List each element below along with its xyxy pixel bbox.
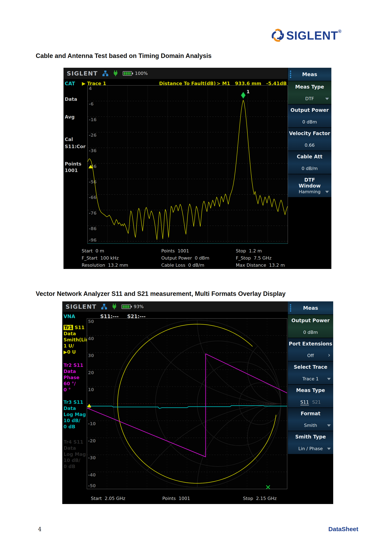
svg-text:-36: -36 xyxy=(89,148,97,153)
menu-item-label: Output Power xyxy=(288,315,333,324)
svg-text:10: 10 xyxy=(88,387,94,392)
menu-item-label: Velocity Factor xyxy=(288,128,331,137)
menu-item-value: 0.66 xyxy=(288,143,331,148)
dropdown-arrow-icon[interactable] xyxy=(325,98,329,100)
menu-item-cable-att[interactable]: Cable Att0 dB/m xyxy=(288,151,331,174)
left-label-data: Data xyxy=(65,97,77,102)
menu-item-smith-type[interactable]: Smith TypeLin / Phase xyxy=(288,431,333,454)
menu-header: Meas xyxy=(288,301,333,314)
status-field: Points 1001 xyxy=(161,248,189,253)
menu-header: Meas xyxy=(288,68,331,81)
dtf-plot-area: 4-6-16-26-36-46-56-66-76-86-961 xyxy=(87,85,288,244)
meas-soft-menu: MeasOutput Power0 dBmPort ExtensionsOff›… xyxy=(288,301,333,454)
left-label-points: Points xyxy=(65,161,81,166)
instrument-brand: SIGLENT xyxy=(66,303,97,310)
trace-attr-line: Data xyxy=(63,445,86,451)
menu-item-label: Cable Att xyxy=(288,151,331,160)
trace-legend-block-4[interactable]: Tr4 S11DataLog Mag10 dB/0 dB xyxy=(63,439,86,470)
chevron-right-icon[interactable]: › xyxy=(328,351,330,359)
menu-item-dtf-window[interactable]: DTFWindowHamming xyxy=(288,174,331,197)
marker-m1-number: 1 xyxy=(246,89,250,94)
trace-legend-block-2[interactable]: Tr2 S11DataPhase60 °/0 ° xyxy=(63,362,83,393)
trace-legend-block-3[interactable]: Tr3 S11DataLog Mag10 dB/0 dB xyxy=(63,399,86,430)
status-field: Stop 1.2 m xyxy=(236,248,262,253)
marker-m1-diamond-icon xyxy=(241,92,245,98)
menu-item-velocity-factor[interactable]: Velocity Factor0.66 xyxy=(288,128,331,151)
dtf-chart-svg: 4-6-16-26-36-46-56-66-76-86-961 xyxy=(88,85,288,243)
status-field: F_Stop 7.5 GHz xyxy=(236,256,272,261)
left-label-avg: Avg xyxy=(65,114,75,120)
menu-item-output-power[interactable]: Output Power0 dBm xyxy=(288,315,333,338)
siglent-swirl-icon xyxy=(270,27,286,44)
status-field: Cable Loss 0 dB/m xyxy=(161,263,204,268)
battery-percent: 100% xyxy=(135,71,148,76)
status-field: Output Power 0 dBm xyxy=(161,256,209,261)
menu-item-label: Meas Type xyxy=(288,81,331,90)
status-field: Max Distance 13.2 m xyxy=(236,263,285,268)
menu-item-value: Smith xyxy=(288,423,333,428)
status-field: Stop 2.15 GHz xyxy=(243,496,277,501)
menu-item-label: Format xyxy=(288,408,333,417)
meas-soft-menu: MeasMeas TypeDTFOutput Power0 dBmVelocit… xyxy=(288,68,331,198)
active-trace-highlight: Tr1 xyxy=(63,325,73,330)
menu-item-value: DTF xyxy=(288,96,331,101)
menu-header-label: Meas xyxy=(302,71,317,77)
trace-attr-line: 10 dB/ xyxy=(63,457,86,464)
menu-value-part[interactable]: S11 xyxy=(300,400,309,405)
menu-value-part[interactable]: S21 xyxy=(312,400,321,405)
menu-dots-icon[interactable] xyxy=(290,71,291,78)
trace-attr-line: Log Mag xyxy=(63,451,86,457)
svg-text:30: 30 xyxy=(88,353,94,358)
dropdown-arrow-icon[interactable] xyxy=(327,378,331,380)
menu-item-meas-type[interactable]: Meas TypeS11S21 xyxy=(288,385,333,408)
svg-text:-66: -66 xyxy=(89,195,97,200)
svg-text:-76: -76 xyxy=(89,211,97,216)
trace-attr-line: 0 dB xyxy=(63,424,86,430)
lan-network-icon xyxy=(101,304,107,310)
menu-header-label: Meas xyxy=(303,305,318,311)
mode-label-vna: VNA xyxy=(63,314,75,319)
instrument-brand: SIGLENT xyxy=(67,70,98,77)
dropdown-arrow-icon[interactable] xyxy=(325,191,329,193)
menu-item-format[interactable]: FormatSmith xyxy=(288,408,333,431)
menu-item-value: Lin / Phase xyxy=(288,446,333,451)
svg-text:-10: -10 xyxy=(88,421,96,426)
trace-head: Tr2 S11 xyxy=(63,362,83,368)
menu-item-output-power[interactable]: Output Power0 dBm xyxy=(288,104,331,127)
smith-overlay-plot-area: 50403020100-10-20-30-40-50 xyxy=(87,318,287,489)
siglent-logo: SIGLENT ® xyxy=(270,27,341,44)
svg-text:-16: -16 xyxy=(89,117,97,122)
footer-brand: DataSheet xyxy=(322,526,358,533)
vna-smith-screenshot: SIGLENT xyxy=(62,301,333,504)
section1-title: Cable and Antenna Test based on Timing D… xyxy=(36,52,211,60)
mode-label-cat: CAT xyxy=(65,81,75,87)
menu-item-value: 0 dB/m xyxy=(288,166,331,171)
status-field: F_Start 100 kHz xyxy=(82,256,119,261)
menu-item-label: Smith Type xyxy=(288,431,333,440)
trace-attr-line: 0 dB xyxy=(63,464,86,470)
menu-item-value: Off xyxy=(288,353,333,358)
svg-text:-40: -40 xyxy=(88,473,96,478)
menu-item-meas-type[interactable]: Meas TypeDTF xyxy=(288,81,331,104)
status-field: Start 0 m xyxy=(82,248,104,253)
menu-item-select-trace[interactable]: Select TraceTrace 1 xyxy=(288,361,333,384)
svg-text:-6: -6 xyxy=(89,102,93,106)
menu-item-value: S11S21 xyxy=(288,400,333,405)
menu-item-label: DTFWindow xyxy=(288,174,331,189)
svg-text:-20: -20 xyxy=(88,438,96,443)
menu-item-label: Port Extensions xyxy=(288,338,333,347)
svg-text:-50: -50 xyxy=(88,483,96,488)
lan-network-icon xyxy=(102,70,108,76)
svg-text:-30: -30 xyxy=(88,456,96,460)
dropdown-arrow-icon[interactable] xyxy=(327,448,331,450)
trace-head: Tr3 S11 xyxy=(63,399,86,405)
menu-item-port-extensions[interactable]: Port ExtensionsOff› xyxy=(288,338,333,361)
dropdown-arrow-icon[interactable] xyxy=(327,424,331,427)
instrument-topbar: SIGLENT xyxy=(62,301,288,312)
menu-dots-icon[interactable] xyxy=(290,304,291,312)
svg-text:-96: -96 xyxy=(89,238,97,243)
battery-icon xyxy=(123,71,133,76)
trace-attr-line: 10 dB/ xyxy=(63,417,86,424)
battery-percent: 93% xyxy=(134,304,144,309)
siglent-logo-text: SIGLENT xyxy=(286,27,338,44)
